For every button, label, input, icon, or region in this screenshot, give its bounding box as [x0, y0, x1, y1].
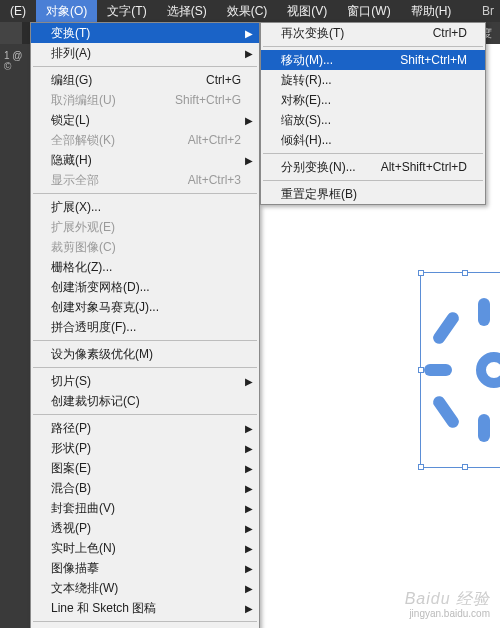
object-menu-item-18[interactable]: 设为像素级优化(M) — [31, 344, 259, 364]
menu-separator — [33, 621, 257, 622]
submenu-arrow-icon: ▶ — [245, 463, 253, 474]
submenu-arrow-icon: ▶ — [245, 48, 253, 59]
object-menu-item-0[interactable]: 变换(T)▶ — [31, 23, 259, 43]
menu-item-label: 透视(P) — [51, 520, 241, 537]
object-menu-item-7[interactable]: 隐藏(H)▶ — [31, 150, 259, 170]
object-menu-item-13[interactable]: 栅格化(Z)... — [31, 257, 259, 277]
menu-item-label: 形状(P) — [51, 440, 241, 457]
object-menu-item-29[interactable]: 实时上色(N)▶ — [31, 538, 259, 558]
watermark: Baidu 经验 jingyan.baidu.com — [405, 589, 490, 620]
submenu-arrow-icon: ▶ — [245, 155, 253, 166]
menu-item-label: 图案(E) — [51, 460, 241, 477]
submenu-arrow-icon: ▶ — [245, 543, 253, 554]
object-menu-item-26[interactable]: 混合(B)▶ — [31, 478, 259, 498]
left-sidebar: 1 @ © — [0, 44, 30, 628]
menu-item-label: 创建渐变网格(D)... — [51, 279, 241, 296]
menu-item-label: 排列(A) — [51, 45, 241, 62]
menu-edit[interactable]: (E) — [0, 0, 36, 22]
menu-separator — [33, 340, 257, 341]
menu-type[interactable]: 文字(T) — [97, 0, 156, 22]
menu-item-label: 旋转(R)... — [281, 72, 467, 89]
menu-item-label: 缩放(S)... — [281, 112, 467, 129]
object-menu-item-8: 显示全部Alt+Ctrl+3 — [31, 170, 259, 190]
watermark-brand: Baidu 经验 — [405, 589, 490, 608]
menu-separator — [33, 193, 257, 194]
menu-view[interactable]: 视图(V) — [277, 0, 337, 22]
object-menu-item-28[interactable]: 透视(P)▶ — [31, 518, 259, 538]
menu-separator — [33, 414, 257, 415]
menu-item-label: 图像描摹 — [51, 560, 241, 577]
transform-menu-item-5[interactable]: 缩放(S)... — [261, 110, 485, 130]
transform-menu-item-6[interactable]: 倾斜(H)... — [261, 130, 485, 150]
menu-item-label: Line 和 Sketch 图稿 — [51, 600, 241, 617]
submenu-arrow-icon: ▶ — [245, 603, 253, 614]
menu-shortcut: Alt+Ctrl+2 — [188, 133, 241, 147]
object-menu-item-5[interactable]: 锁定(L)▶ — [31, 110, 259, 130]
object-menu-item-32[interactable]: Line 和 Sketch 图稿▶ — [31, 598, 259, 618]
object-menu-item-24[interactable]: 形状(P)▶ — [31, 438, 259, 458]
object-menu-item-31[interactable]: 文本绕排(W)▶ — [31, 578, 259, 598]
menu-item-label: 全部解锁(K) — [51, 132, 164, 149]
menu-item-label: 混合(B) — [51, 480, 241, 497]
transform-menu-item-4[interactable]: 对称(E)... — [261, 90, 485, 110]
menu-help[interactable]: 帮助(H) — [401, 0, 462, 22]
menu-shortcut: Alt+Shift+Ctrl+D — [381, 160, 467, 174]
object-menu-item-3[interactable]: 编组(G)Ctrl+G — [31, 70, 259, 90]
sidebar-text: 1 @ © — [0, 44, 30, 78]
toolbar-hint-br: Br — [482, 4, 500, 18]
submenu-arrow-icon: ▶ — [245, 483, 253, 494]
submenu-arrow-icon: ▶ — [245, 28, 253, 39]
object-menu-item-23[interactable]: 路径(P)▶ — [31, 418, 259, 438]
object-menu-item-4: 取消编组(U)Shift+Ctrl+G — [31, 90, 259, 110]
transform-menu-item-2[interactable]: 移动(M)...Shift+Ctrl+M — [261, 50, 485, 70]
menu-item-label: 锁定(L) — [51, 112, 241, 129]
sun-shape — [420, 312, 500, 432]
object-menu-item-20[interactable]: 切片(S)▶ — [31, 371, 259, 391]
menu-separator — [263, 153, 483, 154]
submenu-arrow-icon: ▶ — [245, 563, 253, 574]
menu-item-label: 对称(E)... — [281, 92, 467, 109]
menu-item-label: 再次变换(T) — [281, 25, 409, 42]
object-menu-item-6: 全部解锁(K)Alt+Ctrl+2 — [31, 130, 259, 150]
menu-item-label: 编组(G) — [51, 72, 182, 89]
menu-shortcut: Ctrl+D — [433, 26, 467, 40]
menu-item-label: 重置定界框(B) — [281, 186, 467, 203]
menu-item-label: 扩展(X)... — [51, 199, 241, 216]
menu-separator — [263, 180, 483, 181]
menu-item-label: 切片(S) — [51, 373, 241, 390]
object-menu-item-14[interactable]: 创建渐变网格(D)... — [31, 277, 259, 297]
transform-menu-item-8[interactable]: 分别变换(N)...Alt+Shift+Ctrl+D — [261, 157, 485, 177]
submenu-arrow-icon: ▶ — [245, 503, 253, 514]
object-menu-item-25[interactable]: 图案(E)▶ — [31, 458, 259, 478]
object-menu-item-27[interactable]: 封套扭曲(V)▶ — [31, 498, 259, 518]
menubar: (E) 对象(O) 文字(T) 选择(S) 效果(C) 视图(V) 窗口(W) … — [0, 0, 500, 22]
swatch-button[interactable] — [0, 22, 22, 44]
menu-object[interactable]: 对象(O) — [36, 0, 97, 22]
transform-menu-item-0[interactable]: 再次变换(T)Ctrl+D — [261, 23, 485, 43]
object-menu-item-15[interactable]: 创建对象马赛克(J)... — [31, 297, 259, 317]
object-menu-item-10[interactable]: 扩展(X)... — [31, 197, 259, 217]
menu-item-label: 封套扭曲(V) — [51, 500, 241, 517]
object-menu-item-30[interactable]: 图像描摹▶ — [31, 558, 259, 578]
submenu-arrow-icon: ▶ — [245, 423, 253, 434]
watermark-url: jingyan.baidu.com — [405, 608, 490, 620]
menu-item-label: 取消编组(U) — [51, 92, 151, 109]
menu-item-label: 扩展外观(E) — [51, 219, 241, 236]
menu-item-label: 栅格化(Z)... — [51, 259, 241, 276]
transform-menu-item-3[interactable]: 旋转(R)... — [261, 70, 485, 90]
object-menu-item-12: 裁剪图像(C) — [31, 237, 259, 257]
menu-item-label: 实时上色(N) — [51, 540, 241, 557]
menu-shortcut: Ctrl+G — [206, 73, 241, 87]
menu-effect[interactable]: 效果(C) — [217, 0, 278, 22]
menu-item-label: 创建裁切标记(C) — [51, 393, 241, 410]
menu-window[interactable]: 窗口(W) — [337, 0, 400, 22]
transform-menu-item-10[interactable]: 重置定界框(B) — [261, 184, 485, 204]
object-menu: 变换(T)▶排列(A)▶编组(G)Ctrl+G取消编组(U)Shift+Ctrl… — [30, 22, 260, 628]
menu-item-label: 拼合透明度(F)... — [51, 319, 241, 336]
submenu-arrow-icon: ▶ — [245, 583, 253, 594]
menu-select[interactable]: 选择(S) — [157, 0, 217, 22]
object-menu-item-16[interactable]: 拼合透明度(F)... — [31, 317, 259, 337]
object-menu-item-21[interactable]: 创建裁切标记(C) — [31, 391, 259, 411]
submenu-arrow-icon: ▶ — [245, 376, 253, 387]
object-menu-item-1[interactable]: 排列(A)▶ — [31, 43, 259, 63]
